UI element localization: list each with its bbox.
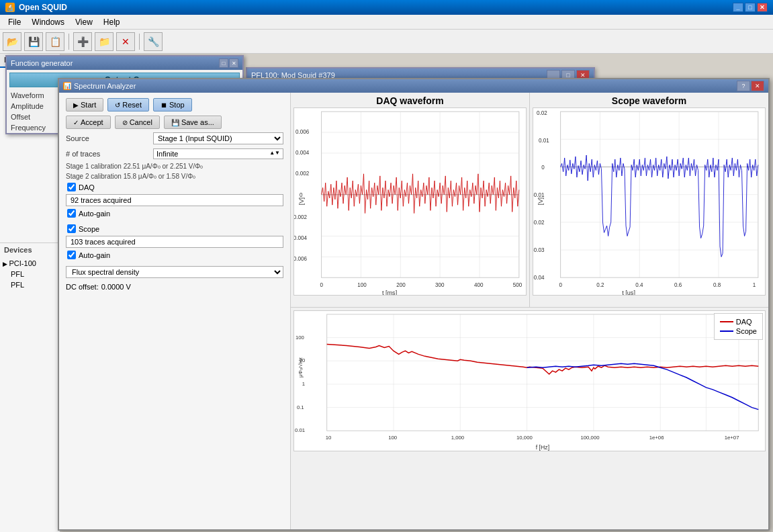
scope-checkbox-row: Scope (62, 223, 287, 234)
svg-text:0: 0 (541, 165, 545, 171)
sa-win-controls: ? ✕ (737, 81, 764, 91)
cancel-label: Cancel (130, 118, 152, 126)
svg-text:100: 100 (295, 335, 305, 341)
save-as-label: Save as... (181, 118, 214, 126)
daq-checkbox[interactable] (67, 183, 76, 191)
sa-close-btn[interactable]: ✕ (751, 81, 764, 91)
fg-offset-label: Offset (11, 113, 58, 121)
scope-label: Scope (79, 225, 99, 233)
svg-text:0.02: 0.02 (537, 110, 547, 116)
open-button[interactable]: 📂 (3, 32, 21, 51)
sa-title-area: 📊 Spectrum Analyzer (63, 82, 737, 90)
svg-text:[V]: [V] (298, 197, 305, 205)
folder-button[interactable]: 📁 (95, 32, 113, 51)
spinbox-arrows[interactable]: ▲▼ (269, 150, 280, 158)
spectrum-svg: 100 10 1 0.1 0.01 10 100 1,000 10,000 10… (293, 310, 766, 451)
chart-type-select[interactable]: Flux spectral density (66, 266, 283, 278)
legend-scope: Scope (720, 327, 757, 335)
tree-item-pfl2[interactable]: PFL (0, 279, 60, 290)
daq-legend-line (720, 321, 733, 322)
tree-item-pci100[interactable]: PCI-100 (0, 258, 60, 269)
fg-close-btn[interactable]: ✕ (229, 58, 238, 68)
accept-icon: ✓ (73, 119, 79, 126)
svg-text:0.006: 0.006 (295, 129, 310, 135)
traces-label: # of traces (66, 150, 153, 158)
menu-file[interactable]: File (3, 16, 26, 28)
add-button[interactable]: ➕ (73, 32, 92, 51)
accept-button[interactable]: ✓ Accept (66, 116, 111, 129)
svg-text:-0.04: -0.04 (533, 275, 545, 281)
svg-text:10,000: 10,000 (516, 435, 533, 441)
svg-text:400: 400 (474, 282, 484, 288)
sa-controls-panel: ▶ Start ↺ Reset ⏹ Stop ✓ (59, 93, 291, 529)
chart-type-row: Flux spectral density (62, 261, 287, 281)
svg-text:0.002: 0.002 (295, 171, 310, 177)
save-button[interactable]: 💾 (24, 32, 43, 51)
sa-titlebar: 📊 Spectrum Analyzer ? ✕ (59, 79, 768, 93)
source-select[interactable]: Stage 1 (Input SQUID) (153, 132, 283, 144)
sa-content: ▶ Start ↺ Reset ⏹ Stop ✓ (59, 93, 768, 529)
sa-help-btn[interactable]: ? (737, 81, 750, 91)
reset-button[interactable]: ↺ Reset (107, 98, 149, 112)
svg-text:1e+07: 1e+07 (725, 435, 739, 441)
dc-offset-label: DC offset: (66, 283, 99, 291)
svg-text:μΦ₀/√Hz: μΦ₀/√Hz (298, 357, 304, 378)
scope-chart-title: Scope waveform (533, 95, 766, 106)
stop-label: Stop (169, 101, 185, 109)
svg-text:0.2: 0.2 (596, 282, 604, 288)
tree-item-pfl1[interactable]: PFL (0, 269, 60, 279)
daq-autogain-label: Auto-gain (79, 210, 110, 218)
svg-text:0.004: 0.004 (295, 150, 310, 156)
top-charts: DAQ waveform (291, 93, 768, 308)
scope-autogain-row: Auto-gain (62, 249, 287, 261)
spectrum-chart-container: DAQ Scope (291, 308, 768, 529)
fg-waveform-label: Waveform (11, 91, 58, 99)
menu-windows[interactable]: Windows (26, 16, 70, 28)
svg-text:1: 1 (753, 282, 756, 288)
toolbar-separator (69, 34, 69, 50)
device-tree: PCI-100 PFL PFL (0, 257, 60, 292)
daq-chart-title: DAQ waveform (293, 95, 527, 106)
start-button[interactable]: ▶ Start (66, 98, 103, 112)
daq-autogain-row: Auto-gain (62, 208, 287, 219)
fg-min-btn[interactable]: □ (219, 58, 228, 68)
svg-text:0.6: 0.6 (674, 282, 682, 288)
stage2-calib-row: Stage 2 calibration 15.8 μA/Φ₀ or 1.58 V… (62, 171, 287, 181)
scope-legend-label: Scope (736, 327, 757, 335)
svg-text:t [ms]: t [ms] (382, 290, 397, 295)
traces-spinbox[interactable]: Infinite ▲▼ (153, 148, 283, 159)
saveas-icon: 💾 (171, 119, 179, 126)
scope-autogain-checkbox[interactable] (67, 251, 76, 259)
menu-help[interactable]: Help (98, 16, 126, 28)
stop-button[interactable]: ⏹ Stop (153, 98, 192, 112)
daq-autogain-checkbox[interactable] (67, 209, 76, 218)
scope-checkbox[interactable] (67, 224, 76, 233)
svg-text:-0.006: -0.006 (294, 255, 307, 261)
legend-daq: DAQ (720, 318, 757, 326)
sa-window: 📊 Spectrum Analyzer ? ✕ ▶ Start ↺ (58, 78, 770, 531)
dc-offset-row: DC offset: 0.0000 V (62, 281, 287, 293)
svg-text:10: 10 (326, 435, 332, 441)
close-button[interactable]: ✕ (757, 3, 768, 12)
svg-text:200: 200 (396, 282, 406, 288)
cancel-icon: ⊘ (122, 119, 128, 126)
svg-text:0: 0 (559, 282, 563, 288)
main-area: Interfaces and... Devices PCI-100 PFL PF… (0, 54, 773, 532)
saveas-button[interactable]: 📋 (46, 32, 64, 51)
app-title: Open SQUID (19, 3, 733, 12)
scope-chart-container: Scope waveform (530, 93, 768, 307)
daq-label: DAQ (79, 183, 95, 191)
sa-title-text: Spectrum Analyzer (74, 82, 136, 90)
cancel-button[interactable]: ⊘ Cancel (115, 116, 160, 129)
maximize-button[interactable]: □ (745, 3, 756, 12)
svg-text:0.4: 0.4 (635, 282, 643, 288)
delete-button[interactable]: ✕ (116, 32, 135, 51)
sa-accept-buttons: ✓ Accept ⊘ Cancel 💾 Save as... (62, 114, 287, 130)
menu-view[interactable]: View (70, 16, 98, 28)
svg-text:t [us]: t [us] (622, 290, 635, 295)
save-as-button[interactable]: 💾 Save as... (164, 116, 222, 129)
minimize-button[interactable]: _ (733, 3, 743, 12)
settings-button[interactable]: 🔧 (144, 32, 163, 51)
daq-status: 92 traces acquired (71, 196, 132, 204)
svg-text:1e+06: 1e+06 (649, 435, 664, 441)
